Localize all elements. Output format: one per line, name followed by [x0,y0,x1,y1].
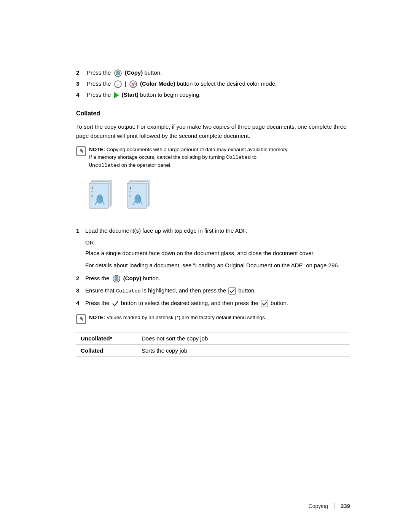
info-icon: i [114,80,122,88]
svg-text:✎: ✎ [79,148,83,154]
collated-step-4-content: Press the button to select the desired s… [85,299,288,308]
footer-label: Copying [309,503,328,509]
note-1-text: NOTE: Copying documents with a large amo… [89,146,288,170]
svg-marker-8 [114,92,119,98]
collated-step-4: 4 Press the button to select the desired… [76,299,350,308]
note-box-1: ✎ NOTE: Copying documents with a large a… [76,146,350,170]
note-1-code2: Uncollated [89,163,120,168]
page-footer: Copying 239 [309,503,350,509]
note-1-text2: If a memory shortage occurs, cancel the … [89,154,225,160]
step-2-text-before: Press the [87,69,111,76]
step-4-text-before: Press the [87,91,113,98]
note-icon-1: ✎ [76,146,86,156]
step-3-text-bold: (Color Mode) button to select the desire… [140,80,277,87]
collated-step-3-content: Ensure that Collated is highlighted, and… [85,286,256,296]
collated-step-1-text: Load the document(s) face up with top ed… [85,226,247,235]
step-4-text-bold: (Start) button to begin copying. [122,91,201,98]
collated-step-3-num: 3 [76,286,85,295]
place-doc-text: Place a single document face down on the… [85,249,350,258]
svg-text:i: i [117,82,118,86]
note-1-label: NOTE: [89,147,107,152]
svg-rect-32 [229,288,236,294]
note-1-text3: to [252,154,256,160]
svg-text:2: 2 [129,190,131,194]
collated-step-4-num: 4 [76,299,85,308]
table-row: Collated Sorts the copy job [76,344,350,356]
top-steps: 2 Press the (Copy) button. 3 Press the [76,69,350,99]
collated-image-area: 1 2 3 1 2 3 [88,176,350,219]
step-4-num: 4 [76,91,87,99]
svg-point-6 [133,83,134,85]
svg-text:2: 2 [91,190,93,194]
note-1-code1: Collated [226,155,251,160]
start-icon [113,92,119,99]
step-3-text-before: Press the [87,80,113,87]
table-cell-col1-1: Uncollated* [76,332,137,344]
svg-text:1: 1 [91,186,93,190]
svg-text:3: 3 [91,194,93,198]
step-2-num: 2 [76,69,87,77]
collated-diagram: 1 2 3 1 2 3 [88,176,156,218]
step-2-text-after: (Copy) button. [125,69,162,76]
svg-point-18 [98,195,102,198]
for-details-text: For details about loading a document, se… [85,261,350,270]
note-2-content: Values marked by an asterisk (*) are the… [107,315,266,320]
note-1-text4: on the operator panel. [121,162,172,168]
step-4: 4 Press the (Start) button to begin copy… [76,91,350,99]
step-3-num: 3 [76,80,87,88]
collated-intro: To sort the copy output: For example, if… [76,122,350,141]
collated-step-2-num: 2 [76,274,85,283]
table-row: Uncollated* Does not sort the copy job [76,332,350,344]
svg-point-28 [136,195,140,198]
checkmark-icon-2 [261,300,268,307]
svg-text:✎: ✎ [79,316,83,322]
step-3: 3 Press the i | (Color M [76,80,350,88]
copy-icon [114,69,122,77]
collated-step-1-num: 1 [76,226,85,235]
table-cell-col2-1: Does not sort the copy job [137,332,350,344]
collated-step-1: 1 Load the document(s) face up with top … [76,226,350,235]
collated-step-2: 2 Press the (Copy) button. [76,274,350,283]
table-cell-col1-2: Collated [76,344,137,356]
note-icon-2: ✎ [76,314,86,324]
footer-page-num: 239 [341,503,350,509]
color-mode-icon [129,80,137,88]
note-box-2: ✎ NOTE: Values marked by an asterisk (*)… [76,314,350,324]
note-2-text: NOTE: Values marked by an asterisk (*) a… [89,314,266,321]
collated-code: Collated [116,288,141,294]
collated-step-3: 3 Ensure that Collated is highlighted, a… [76,286,350,296]
copy-icon-2 [112,275,121,283]
footer-divider [334,503,335,509]
svg-point-5 [132,83,133,85]
collated-steps: 1 Load the document(s) face up with top … [76,226,350,235]
collated-steps-2: 2 Press the (Copy) button. 3 Ensure that… [76,274,350,308]
svg-point-4 [131,82,135,86]
note-1-text1: Copying documents with a large amount of… [107,147,289,152]
checkmark-v-icon [112,300,119,307]
page: 2 Press the (Copy) button. 3 Press the [0,0,411,532]
svg-text:1: 1 [129,186,131,190]
step-3-content: Press the i | (Color Mode) button to se [87,80,350,88]
svg-rect-33 [261,300,268,307]
step-2: 2 Press the (Copy) button. [76,69,350,77]
step-2-content: Press the (Copy) button. [87,69,350,77]
step-3-separator: | [125,80,128,87]
svg-text:3: 3 [129,194,131,198]
step-4-content: Press the (Start) button to begin copyin… [87,91,350,99]
checkmark-icon-1 [228,287,236,295]
table-cell-col2-2: Sorts the copy job [137,344,350,356]
collated-heading: Collated [76,110,350,117]
settings-table: Uncollated* Does not sort the copy job C… [76,332,350,357]
or-text: OR [85,239,350,246]
svg-point-7 [132,85,134,86]
note-2-label: NOTE: [89,315,105,320]
collated-step-2-content: Press the (Copy) button. [85,274,160,283]
settings-table-body: Uncollated* Does not sort the copy job C… [76,332,350,356]
